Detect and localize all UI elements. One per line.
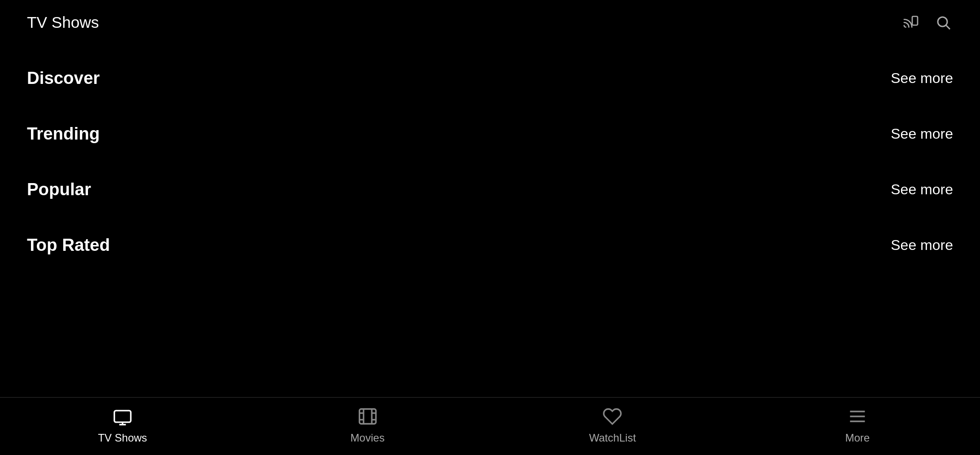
cast-icon[interactable]: [901, 13, 921, 32]
nav-item-more[interactable]: More: [831, 406, 884, 444]
page-title: TV Shows: [27, 13, 99, 31]
section-title-popular: Popular: [27, 179, 91, 199]
more-icon: [847, 406, 868, 427]
section-row-discover: DiscoverSee more: [27, 50, 953, 106]
svg-rect-3: [114, 411, 131, 422]
main-content: DiscoverSee moreTrendingSee morePopularS…: [0, 41, 980, 397]
nav-item-movies[interactable]: Movies: [341, 406, 395, 444]
header: TV Shows: [0, 0, 980, 41]
see-more-trending[interactable]: See more: [891, 126, 953, 142]
section-row-trending: TrendingSee more: [27, 106, 953, 162]
see-more-popular[interactable]: See more: [891, 181, 953, 198]
section-title-discover: Discover: [27, 68, 100, 88]
tv-shows-icon: [112, 406, 133, 427]
section-title-trending: Trending: [27, 124, 100, 144]
see-more-top-rated[interactable]: See more: [891, 237, 953, 254]
nav-label-movies: Movies: [351, 432, 385, 444]
header-icons: [901, 13, 953, 32]
svg-rect-0: [912, 17, 918, 26]
movies-icon: [357, 406, 378, 427]
nav-label-tv-shows: TV Shows: [98, 432, 147, 444]
see-more-discover[interactable]: See more: [891, 70, 953, 87]
svg-rect-6: [359, 409, 376, 424]
section-title-top-rated: Top Rated: [27, 235, 110, 255]
nav-label-more: More: [845, 432, 870, 444]
search-icon[interactable]: [933, 13, 953, 32]
nav-item-tv-shows[interactable]: TV Shows: [96, 406, 149, 444]
watchlist-icon: [602, 406, 623, 427]
svg-line-2: [946, 26, 950, 29]
section-row-top-rated: Top RatedSee more: [27, 217, 953, 273]
nav-item-watchlist[interactable]: WatchList: [585, 406, 639, 444]
svg-point-1: [938, 17, 947, 26]
nav-label-watchlist: WatchList: [589, 432, 636, 444]
section-row-popular: PopularSee more: [27, 162, 953, 217]
bottom-nav: TV Shows Movies WatchList: [0, 397, 980, 455]
